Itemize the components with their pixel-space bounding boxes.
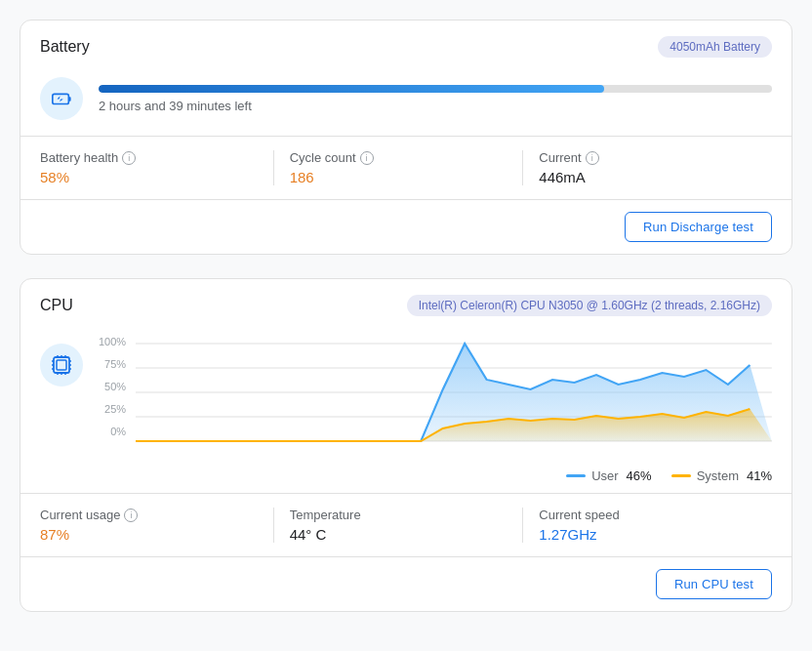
cpu-chart-inner: 100% 75% 50% 25% 0% xyxy=(99,336,772,463)
legend-system-line xyxy=(671,474,691,477)
battery-health-label: Battery health i xyxy=(40,150,258,165)
battery-badge: 4050mAh Battery xyxy=(658,36,772,58)
battery-icon-wrap xyxy=(40,77,83,120)
battery-stats-row: Battery health i 58% Cycle count i 186 C… xyxy=(20,137,792,200)
battery-info-row: 2 hours and 39 minutes left xyxy=(20,69,792,137)
cycle-count-info-icon[interactable]: i xyxy=(360,151,374,165)
cpu-section: CPU Intel(R) Celeron(R) CPU N3050 @ 1.60… xyxy=(20,278,792,612)
cpu-title: CPU xyxy=(40,297,73,314)
battery-section: Battery 4050mAh Battery 2 hours and 39 m… xyxy=(20,20,792,255)
run-cpu-test-button[interactable]: Run CPU test xyxy=(656,569,772,599)
cpu-header: CPU Intel(R) Celeron(R) CPU N3050 @ 1.60… xyxy=(20,279,792,328)
cpu-chart-y-labels: 100% 75% 50% 25% 0% xyxy=(99,336,132,453)
cycle-count-value: 186 xyxy=(290,169,508,185)
legend-user-value: 46% xyxy=(627,468,652,483)
battery-bar-track xyxy=(99,85,772,93)
battery-header: Battery 4050mAh Battery xyxy=(20,20,792,69)
current-value: 446mA xyxy=(539,169,756,185)
cpu-usage-value: 87% xyxy=(40,526,258,543)
cpu-usage-label: Current usage i xyxy=(40,508,258,522)
battery-health-cell: Battery health i 58% xyxy=(40,150,273,185)
legend-user-label: User xyxy=(591,468,618,483)
battery-time: 2 hours and 39 minutes left xyxy=(99,99,772,113)
battery-icon xyxy=(51,88,72,109)
current-info-icon[interactable]: i xyxy=(586,151,599,165)
legend-system: System 41% xyxy=(671,468,772,483)
battery-bar-fill xyxy=(99,85,604,93)
cycle-count-cell: Cycle count i 186 xyxy=(273,150,523,185)
cpu-icon-wrap xyxy=(40,344,83,387)
current-label: Current i xyxy=(539,150,756,165)
battery-health-info-icon[interactable]: i xyxy=(122,151,136,165)
battery-title: Battery xyxy=(40,38,90,56)
cpu-stats-row: Current usage i 87% Temperature 44° C Cu… xyxy=(20,494,792,557)
cpu-speed-value: 1.27GHz xyxy=(539,526,756,543)
cpu-usage-info-icon[interactable]: i xyxy=(124,509,138,522)
cpu-action-row: Run CPU test xyxy=(20,557,792,611)
cpu-temp-value: 44° C xyxy=(290,526,508,543)
run-discharge-test-button[interactable]: Run Discharge test xyxy=(625,212,772,242)
cpu-chart-container: 100% 75% 50% 25% 0% xyxy=(99,336,772,493)
cpu-usage-chart xyxy=(136,336,772,463)
battery-action-row: Run Discharge test xyxy=(20,200,792,254)
cpu-speed-cell: Current speed 1.27GHz xyxy=(522,508,772,543)
cpu-chart-area: 100% 75% 50% 25% 0% xyxy=(20,328,792,494)
legend-user-line xyxy=(566,474,586,477)
legend-system-label: System xyxy=(697,468,739,483)
legend-system-value: 41% xyxy=(747,468,772,483)
svg-rect-0 xyxy=(53,94,69,103)
cpu-usage-cell: Current usage i 87% xyxy=(40,508,273,543)
battery-health-value: 58% xyxy=(40,169,258,185)
cycle-count-label: Cycle count i xyxy=(290,150,508,165)
cpu-speed-label: Current speed xyxy=(539,508,756,522)
cpu-chip-icon xyxy=(50,353,73,377)
svg-rect-3 xyxy=(57,360,66,370)
legend-user: User 46% xyxy=(566,468,651,483)
cpu-badge: Intel(R) Celeron(R) CPU N3050 @ 1.60GHz … xyxy=(407,295,772,316)
svg-rect-1 xyxy=(68,97,70,102)
cpu-temp-cell: Temperature 44° C xyxy=(273,508,523,543)
cpu-chart-legend: User 46% System 41% xyxy=(99,463,772,493)
current-cell: Current i 446mA xyxy=(522,150,772,185)
battery-bar-wrap: 2 hours and 39 minutes left xyxy=(99,85,772,113)
cpu-temp-label: Temperature xyxy=(290,508,508,522)
